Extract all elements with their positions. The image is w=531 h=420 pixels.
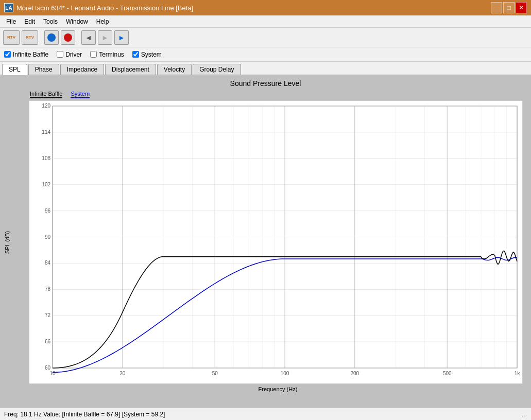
system-checkbox[interactable]: System [132,51,162,58]
legend-infinite-baffle[interactable]: Infinite Baffle [30,91,62,98]
tab-phase[interactable]: Phase [28,64,59,75]
y-axis-label: SPL (dB) [4,231,10,253]
tab-displacement[interactable]: Displacement [105,64,156,75]
tab-bar: SPL Phase Impedance Displacement Velocit… [0,62,531,75]
rtv2-button[interactable]: RTV [22,30,38,45]
menu-edit[interactable]: Edit [20,17,39,26]
status-bar: Freq: 18.1 Hz Value: [Infinite Baffle = … [0,408,531,420]
title-bar: LA Morel tscm 634* - Leonard Audio - Tra… [0,0,531,15]
tab-velocity[interactable]: Velocity [157,64,192,75]
chart-inner: Sound Pressure Level Infinite Baffle Sys… [4,79,527,404]
menu-bar: File Edit Tools Window Help [0,15,531,28]
forward-button[interactable]: ► [98,30,112,45]
window-title: Morel tscm 634* - Leonard Audio - Transm… [16,4,193,12]
driver-checkbox[interactable]: Driver [57,51,82,58]
menu-file[interactable]: File [2,17,20,26]
menu-tools[interactable]: Tools [39,17,62,26]
tab-impedance[interactable]: Impedance [60,64,104,75]
tab-group-delay[interactable]: Group Delay [193,64,241,75]
infinite-baffle-checkbox[interactable]: Infinite Baffle [4,51,48,58]
terminus-checkbox[interactable]: Terminus [90,51,124,58]
x-axis-label: Frequency (Hz) [29,386,527,392]
status-text: Freq: 18.1 Hz Value: [Infinite Baffle = … [4,411,165,418]
chart-title: Sound Pressure Level [4,79,527,87]
chart-legend: Infinite Baffle System [30,91,527,98]
tab-spl[interactable]: SPL [2,64,27,75]
back-button[interactable]: ◄ [81,30,96,45]
menu-window[interactable]: Window [62,17,92,26]
play-button[interactable]: ► [114,30,129,45]
title-bar-left: LA Morel tscm 634* - Leonard Audio - Tra… [4,3,193,12]
chart-area: Sound Pressure Level Infinite Baffle Sys… [0,75,531,408]
app-logo: LA [4,3,13,12]
rtv1-button[interactable]: RTV [3,30,20,45]
minimize-button[interactable]: ─ [491,2,502,13]
chart-canvas[interactable] [29,100,523,384]
menu-help[interactable]: Help [92,17,113,26]
toolbar: RTV RTV ◄ ► ► [0,28,531,47]
title-buttons: ─ □ ✕ [491,2,527,13]
checkbox-row: Infinite Baffle Driver Terminus System [0,47,531,62]
legend-system[interactable]: System [71,91,90,98]
close-button[interactable]: ✕ [516,2,527,13]
red-circle-button[interactable] [61,30,75,45]
blue-circle-button[interactable] [44,30,59,45]
content-area: Sound Pressure Level Infinite Baffle Sys… [0,75,531,420]
maximize-button[interactable]: □ [503,2,515,13]
status-dots: ... [522,411,527,418]
